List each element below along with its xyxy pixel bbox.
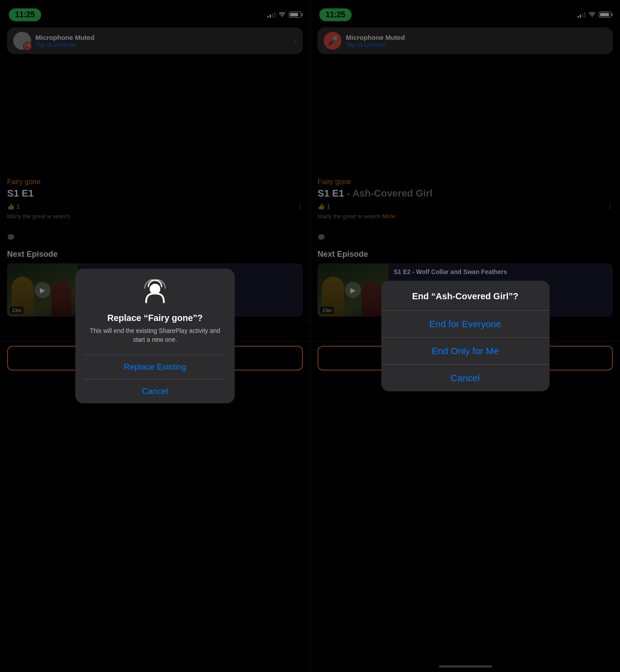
left-phone-panel: 11:25 🎤 Microphone Mute (0, 0, 310, 672)
modal-overlay-left: Replace “Fairy gone”? This will end the … (0, 0, 310, 672)
end-for-me-button[interactable]: End Only for Me (381, 338, 550, 364)
right-phone-panel: 11:25 🎤 Microphone Muted Tap to Unmu (310, 0, 620, 672)
modal-overlay-right: End “Ash-Covered Girl”? End for Everyone… (310, 0, 620, 672)
replace-cancel-button[interactable]: Cancel (84, 379, 226, 403)
replace-existing-button[interactable]: Replace Existing (84, 355, 226, 379)
replace-modal-title: Replace “Fairy gone”? (84, 313, 226, 323)
end-for-everyone-button[interactable]: End for Everyone (381, 311, 550, 337)
modal-icon-left (84, 279, 226, 308)
end-cancel-button[interactable]: Cancel (381, 365, 550, 391)
replace-modal-description: This will end the existing SharePlay act… (84, 327, 226, 344)
replace-modal: Replace “Fairy gone”? This will end the … (75, 269, 235, 403)
end-modal-title: End “Ash-Covered Girl”? (381, 281, 550, 310)
end-action-sheet: End “Ash-Covered Girl”? End for Everyone… (381, 281, 550, 391)
